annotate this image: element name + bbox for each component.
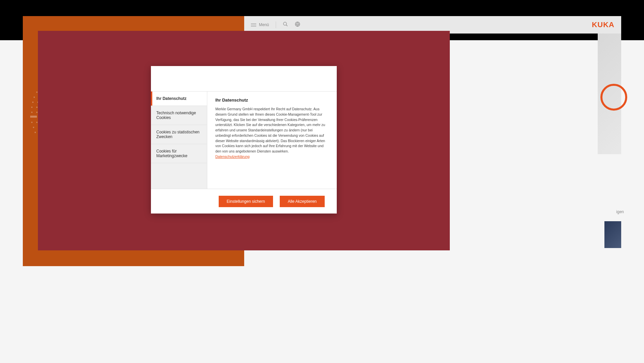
cookie-consent-modal: Ihr Datenschutz Technisch notwendige Coo… xyxy=(151,66,337,214)
svg-point-23 xyxy=(31,112,33,113)
modal-content: Ihr Datenschutz Merkle Germany GmbH resp… xyxy=(207,92,337,189)
svg-point-30 xyxy=(31,122,33,123)
content-title: Ihr Datenschutz xyxy=(215,98,329,103)
svg-point-44 xyxy=(283,22,286,25)
svg-point-3 xyxy=(36,92,38,93)
svg-point-12 xyxy=(32,102,34,103)
content-body-span: Merkle Germany GmbH respektiert Ihr Rech… xyxy=(215,107,325,153)
svg-point-7 xyxy=(34,97,35,98)
tab-marketing-cookies[interactable]: Cookies für Marketingzwecke xyxy=(151,144,207,163)
modal-footer: Einstellungen sichern Alle Akzeptieren xyxy=(151,189,337,214)
accept-all-button[interactable]: Alle Akzeptieren xyxy=(280,196,325,207)
menu-button[interactable]: Menü xyxy=(251,22,269,27)
side-text-fragment: igen xyxy=(616,209,624,214)
tab-privacy[interactable]: Ihr Datenschutz xyxy=(151,92,207,106)
svg-point-31 xyxy=(36,122,38,123)
svg-point-24 xyxy=(36,112,38,113)
tab-label: Ihr Datenschutz xyxy=(156,96,186,101)
hamburger-icon xyxy=(251,23,256,26)
tab-label: Technisch notwendige Cookies xyxy=(156,111,196,120)
tab-label: Cookies zu statistischen Zwecken xyxy=(156,130,200,139)
svg-rect-29 xyxy=(30,116,37,118)
globe-icon[interactable] xyxy=(295,21,300,28)
svg-point-17 xyxy=(31,107,33,108)
tab-label: Cookies für Marketingzwecke xyxy=(156,149,187,158)
hero-highlight-circle xyxy=(600,84,627,111)
svg-point-18 xyxy=(36,107,38,108)
svg-line-45 xyxy=(286,25,287,26)
modal-body: Ihr Datenschutz Technisch notwendige Coo… xyxy=(151,92,337,189)
content-body-text: Merkle Germany GmbH respektiert Ihr Rech… xyxy=(215,107,329,160)
search-icon[interactable] xyxy=(283,21,288,28)
kuka-logo[interactable]: KUKA xyxy=(592,20,614,29)
tab-statistical-cookies[interactable]: Cookies zu statistischen Zwecken xyxy=(151,125,207,144)
svg-point-35 xyxy=(33,127,34,128)
tab-technical-cookies[interactable]: Technisch notwendige Cookies xyxy=(151,106,207,125)
privacy-policy-link[interactable]: Datenschutzerklärung xyxy=(215,155,250,159)
svg-point-39 xyxy=(35,132,36,133)
modal-sidebar: Ihr Datenschutz Technisch notwendige Coo… xyxy=(151,92,207,189)
save-settings-button[interactable]: Einstellungen sichern xyxy=(219,196,273,207)
modal-header xyxy=(151,66,337,92)
menu-label: Menü xyxy=(259,22,269,27)
header-divider xyxy=(276,21,276,28)
side-thumbnail xyxy=(604,221,621,248)
